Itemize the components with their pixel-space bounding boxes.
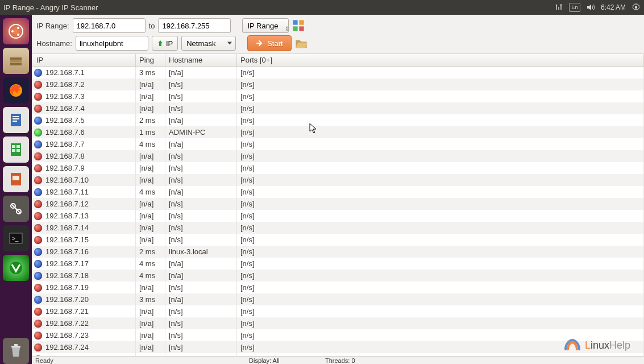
col-host[interactable]: Hostname <box>165 54 237 66</box>
ip-to-input[interactable] <box>158 18 231 33</box>
cell-ip: 192.168.7.9 <box>45 164 85 172</box>
cell-ports: [n/s] <box>237 90 644 102</box>
table-row[interactable]: 192.168.7.74 ms[n/a][n/s] <box>32 138 644 150</box>
cell-ip: 192.168.7.1 <box>45 68 85 77</box>
app-window: IP Range: to IP Range Hostname: IP Netma… <box>32 15 644 364</box>
cell-ping: 1 ms <box>136 126 165 138</box>
status-dot-icon <box>34 320 42 328</box>
table-row[interactable]: 192.168.7.13 ms[n/a][n/s] <box>32 67 644 78</box>
table-row[interactable]: 192.168.7.3[n/a][n/s][n/s] <box>32 90 644 102</box>
cell-ports: [n/s] <box>237 293 644 305</box>
table-row[interactable]: 192.168.7.4[n/a][n/s][n/s] <box>32 102 644 114</box>
to-label: to <box>149 22 155 30</box>
calc-icon[interactable] <box>3 136 29 163</box>
table-row[interactable]: 192.168.7.15[n/a][n/s][n/s] <box>32 234 644 246</box>
svg-text:>_: >_ <box>12 235 19 242</box>
cell-host: [n/s] <box>165 341 237 353</box>
prefs-icon[interactable] <box>292 19 305 32</box>
clock[interactable]: 6:42 AM <box>601 3 626 11</box>
status-dot-icon <box>34 93 42 101</box>
table-row[interactable]: 192.168.7.52 ms[n/a][n/s] <box>32 114 644 126</box>
ip-up-button[interactable]: IP <box>152 36 178 51</box>
cell-ports: [n/s] <box>237 305 644 317</box>
table-row[interactable]: 192.168.7.9[n/a][n/s][n/s] <box>32 162 644 174</box>
table-row[interactable]: 192.168.7.174 ms[n/a][n/s] <box>32 258 644 270</box>
start-button[interactable]: Start <box>247 35 291 51</box>
settings-icon[interactable] <box>3 196 29 222</box>
status-dot-icon <box>34 236 42 244</box>
ip-from-input[interactable] <box>73 18 146 33</box>
table-row[interactable]: 192.168.7.203 ms[n/a][n/s] <box>32 293 644 305</box>
table-row[interactable]: 192.168.7.22[n/a][n/s][n/s] <box>32 317 644 329</box>
cell-host: [n/a] <box>165 270 237 282</box>
hostname-label: Hostname: <box>36 39 72 48</box>
cell-ip: 192.168.7.4 <box>45 104 85 113</box>
status-dot-icon <box>34 129 42 136</box>
firefox-icon[interactable] <box>3 77 29 104</box>
cell-ping: [n/a] <box>136 341 165 353</box>
svg-rect-30 <box>300 26 304 31</box>
open-icon[interactable] <box>295 37 308 49</box>
cell-ping: [n/a] <box>136 305 165 317</box>
table-row[interactable]: 192.168.7.12[n/a][n/s][n/s] <box>32 198 644 210</box>
status-ready: Ready <box>35 357 53 364</box>
table-row[interactable]: 192.168.7.2[n/a][n/s][n/s] <box>32 78 644 90</box>
table-row[interactable]: 192.168.7.21[n/a][n/s][n/s] <box>32 305 644 317</box>
svg-point-2 <box>11 30 14 32</box>
window-title: IP Range - Angry IP Scanner <box>3 3 98 12</box>
svg-rect-25 <box>11 346 20 348</box>
feeder-combo[interactable]: IP Range <box>242 18 289 33</box>
status-dot-icon <box>34 152 42 160</box>
cell-ip: 192.168.7.17 <box>45 259 89 268</box>
table-row[interactable]: 192.168.7.114 ms[n/a][n/s] <box>32 186 644 198</box>
table-row[interactable]: 192.168.7.61 msADMIN-PC[n/s] <box>32 126 644 138</box>
table-row[interactable]: 192.168.7.19[n/a][n/s][n/s] <box>32 282 644 293</box>
hostname-input[interactable] <box>76 36 148 51</box>
table-row[interactable]: 192.168.7.162 mslinux-3.local[n/s] <box>32 246 644 258</box>
cell-ping: 4 ms <box>136 258 165 270</box>
table-row[interactable]: 192.168.7.23[n/a][n/s][n/s] <box>32 329 644 341</box>
cell-ports: [n/s] <box>237 198 644 210</box>
table-row[interactable]: 192.168.7.13[n/a][n/s][n/s] <box>32 210 644 222</box>
files-icon[interactable] <box>3 48 29 74</box>
cell-ping: [n/a] <box>136 78 165 90</box>
cell-ping: 3 ms <box>136 293 165 305</box>
table-row[interactable]: 192.168.7.10[n/a][n/s][n/s] <box>32 174 644 186</box>
cell-ip: 192.168.7.22 <box>45 319 89 328</box>
dash-icon[interactable] <box>3 18 29 44</box>
gear-icon[interactable] <box>631 3 641 12</box>
terminal-icon[interactable]: >_ <box>3 225 29 251</box>
cell-ports: [n/s] <box>237 186 644 198</box>
sound-icon[interactable] <box>586 3 595 12</box>
cell-ports: [n/s] <box>237 222 644 234</box>
trash-icon[interactable] <box>3 338 29 364</box>
ipscan-icon[interactable] <box>3 255 29 281</box>
netmask-combo[interactable]: Netmask <box>181 36 236 51</box>
keyboard-indicator[interactable]: En <box>569 3 580 12</box>
status-dot-icon <box>34 176 42 184</box>
status-dot-icon <box>34 272 42 280</box>
cell-ping: [n/a] <box>136 317 165 329</box>
impress-icon[interactable] <box>3 166 29 192</box>
network-icon[interactable] <box>554 3 563 12</box>
table-row[interactable]: 192.168.7.184 ms[n/a][n/s] <box>32 270 644 282</box>
status-dot-icon <box>34 212 42 220</box>
writer-icon[interactable] <box>3 107 29 133</box>
toolbar: IP Range: to IP Range Hostname: IP Netma… <box>32 15 644 54</box>
svg-rect-15 <box>16 145 20 148</box>
cell-host: [n/a] <box>165 114 237 126</box>
cell-ip: 192.168.7.19 <box>45 283 89 292</box>
col-ip[interactable]: IP <box>32 54 136 66</box>
table-row[interactable]: 192.168.7.8[n/a][n/s][n/s] <box>32 150 644 162</box>
col-ping[interactable]: Ping <box>136 54 165 66</box>
cell-ports: [n/s] <box>237 282 644 293</box>
table-row[interactable]: 192.168.7.24[n/a][n/s][n/s] <box>32 341 644 353</box>
col-ports[interactable]: Ports [0+] <box>237 54 644 66</box>
svg-rect-5 <box>10 57 22 60</box>
titlebar: IP Range - Angry IP Scanner En 6:42 AM <box>0 0 644 15</box>
cell-ping: [n/a] <box>136 150 165 162</box>
cell-host: [n/s] <box>165 78 237 90</box>
table-row[interactable]: 192.168.7.14[n/a][n/s][n/s] <box>32 222 644 234</box>
status-dot-icon <box>34 224 42 232</box>
cell-host: [n/s] <box>165 329 237 341</box>
